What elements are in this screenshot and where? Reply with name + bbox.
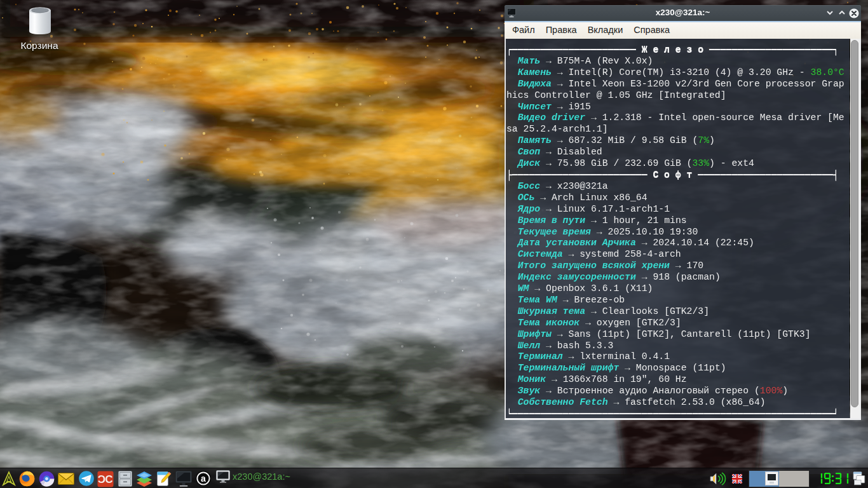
svg-text:Ɔ: Ɔ	[98, 473, 105, 485]
svg-text:C: C	[105, 473, 112, 485]
svg-text:a: a	[201, 473, 206, 484]
